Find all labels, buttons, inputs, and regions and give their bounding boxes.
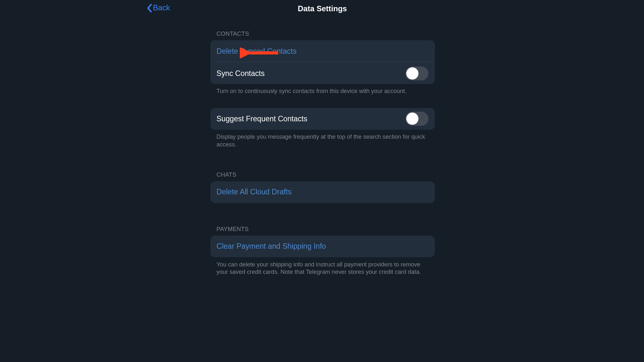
suggest-frequent-label: Suggest Frequent Contacts <box>216 115 307 123</box>
payments-footer: You can delete your shipping info and in… <box>210 257 435 276</box>
row-delete-cloud-drafts[interactable]: Delete All Cloud Drafts <box>210 181 435 203</box>
back-button[interactable]: Back <box>147 4 170 13</box>
row-delete-synced-contacts[interactable]: Delete Synced Contacts <box>210 40 435 62</box>
sync-contacts-toggle[interactable] <box>405 66 428 80</box>
group-contacts: Delete Synced Contacts Sync Contacts <box>210 40 435 84</box>
row-clear-payment-info[interactable]: Clear Payment and Shipping Info <box>210 236 435 257</box>
sync-contacts-footer: Turn on to continuously sync contacts fr… <box>210 84 435 95</box>
toggle-knob <box>406 67 418 79</box>
section-header-chats: CHATS <box>210 171 435 181</box>
clear-payment-info-label: Clear Payment and Shipping Info <box>216 242 326 251</box>
chevron-left-icon <box>147 4 152 13</box>
suggest-frequent-toggle[interactable] <box>405 112 428 126</box>
page-title: Data Settings <box>0 5 644 14</box>
group-payments: Clear Payment and Shipping Info <box>210 236 435 257</box>
group-chats: Delete All Cloud Drafts <box>210 181 435 203</box>
sync-contacts-label: Sync Contacts <box>216 69 264 78</box>
row-suggest-frequent[interactable]: Suggest Frequent Contacts <box>210 108 435 129</box>
delete-cloud-drafts-label: Delete All Cloud Drafts <box>216 188 291 196</box>
back-label: Back <box>153 4 170 13</box>
suggest-frequent-footer: Display people you message frequently at… <box>210 130 435 149</box>
toggle-knob <box>406 113 418 125</box>
section-header-payments: PAYMENTS <box>210 226 435 236</box>
settings-content: CONTACTS Delete Synced Contacts Sync Con… <box>210 20 435 276</box>
row-sync-contacts[interactable]: Sync Contacts <box>210 62 435 84</box>
section-header-contacts: CONTACTS <box>210 30 435 40</box>
delete-synced-contacts-label: Delete Synced Contacts <box>216 47 297 55</box>
group-suggest: Suggest Frequent Contacts <box>210 108 435 129</box>
nav-header: Back Data Settings <box>0 0 644 20</box>
